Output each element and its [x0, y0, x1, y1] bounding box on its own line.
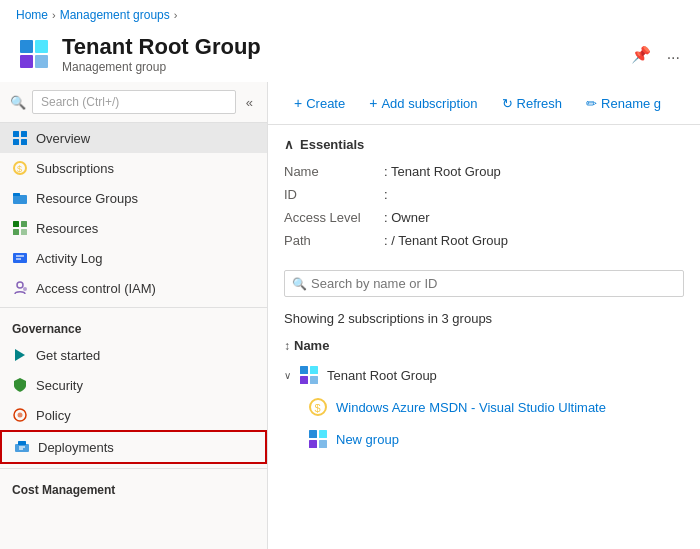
svg-rect-16	[13, 253, 27, 263]
essentials-path-value: : / Tenant Root Group	[384, 231, 684, 250]
add-subscription-label: Add subscription	[381, 96, 477, 111]
svg-rect-6	[13, 139, 19, 145]
content-search-wrap: 🔍	[284, 270, 684, 297]
new-group-link[interactable]: New group	[336, 432, 399, 447]
content-search-icon: 🔍	[292, 277, 307, 291]
create-button[interactable]: + Create	[284, 90, 355, 116]
tree-item-new-group[interactable]: New group	[268, 423, 700, 455]
svg-rect-34	[309, 430, 317, 438]
collapse-button[interactable]: «	[242, 93, 257, 112]
sidebar-item-get-started-label: Get started	[36, 348, 100, 363]
refresh-button[interactable]: ↻ Refresh	[492, 91, 573, 116]
content-search-input[interactable]	[284, 270, 684, 297]
tenant-root-label: Tenant Root Group	[327, 368, 437, 383]
sidebar-item-activity-log[interactable]: Activity Log	[0, 243, 267, 273]
svg-rect-0	[20, 40, 33, 53]
showing-label: Showing 2 subscriptions in 3 groups	[268, 305, 700, 332]
essentials-section: ∧ Essentials Name : Tenant Root Group ID…	[268, 125, 700, 262]
page-title: Tenant Root Group	[62, 34, 617, 60]
svg-rect-37	[319, 440, 327, 448]
sidebar-item-deployments[interactable]: Deployments	[0, 430, 267, 464]
security-icon	[12, 377, 28, 393]
toolbar: + Create + Add subscription ↻ Refresh ✏ …	[268, 82, 700, 125]
svg-rect-14	[13, 229, 19, 235]
new-group-icon	[308, 429, 328, 449]
content-search: 🔍	[284, 270, 684, 297]
svg-rect-4	[13, 131, 19, 137]
policy-icon	[12, 407, 28, 423]
tree-header[interactable]: ↕ Name	[268, 332, 700, 359]
breadcrumb-home[interactable]: Home	[16, 8, 48, 22]
nav-divider-1	[0, 307, 267, 308]
sort-icon: ↕	[284, 339, 290, 353]
resources-icon	[12, 220, 28, 236]
svg-point-20	[23, 287, 27, 291]
svg-rect-3	[35, 55, 48, 68]
deployments-icon	[14, 439, 30, 455]
svg-rect-11	[13, 193, 20, 196]
rename-icon: ✏	[586, 96, 597, 111]
svg-rect-12	[13, 221, 19, 227]
tree-item-tenant-root[interactable]: ∨ Tenant Root Group	[268, 359, 700, 391]
svg-rect-2	[20, 55, 33, 68]
add-subscription-button[interactable]: + Add subscription	[359, 90, 487, 116]
sidebar-item-resource-groups[interactable]: Resource Groups	[0, 183, 267, 213]
svg-marker-21	[15, 349, 25, 361]
sidebar-item-policy[interactable]: Policy	[0, 400, 267, 430]
refresh-label: Refresh	[517, 96, 563, 111]
sidebar-item-subscriptions[interactable]: $ Subscriptions	[0, 153, 267, 183]
svg-text:$: $	[315, 402, 321, 414]
search-input[interactable]	[32, 90, 236, 114]
svg-rect-31	[310, 376, 318, 384]
svg-rect-7	[21, 139, 27, 145]
subscriptions-icon: $	[12, 160, 28, 176]
sidebar-item-access-control[interactable]: Access control (IAM)	[0, 273, 267, 303]
svg-rect-36	[309, 440, 317, 448]
breadcrumb: Home › Management groups ›	[0, 0, 700, 30]
essentials-title[interactable]: ∧ Essentials	[284, 137, 684, 152]
svg-rect-1	[35, 40, 48, 53]
get-started-icon	[12, 347, 28, 363]
breadcrumb-management-groups[interactable]: Management groups	[60, 8, 170, 22]
rename-label: Rename g	[601, 96, 661, 111]
create-label: Create	[306, 96, 345, 111]
sidebar-item-security-label: Security	[36, 378, 83, 393]
windows-azure-link[interactable]: Windows Azure MSDN - Visual Studio Ultim…	[336, 400, 606, 415]
sidebar: 🔍 « Overview $ Subscriptions Resource Gr…	[0, 82, 268, 549]
svg-rect-24	[15, 444, 29, 452]
page-title-block: Tenant Root Group Management group	[62, 34, 617, 74]
access-control-icon	[12, 280, 28, 296]
svg-point-19	[17, 282, 23, 288]
sidebar-item-deployments-label: Deployments	[38, 440, 114, 455]
cost-management-section-label: Cost Management	[0, 473, 267, 501]
svg-rect-25	[18, 441, 26, 445]
sidebar-item-resources-label: Resources	[36, 221, 98, 236]
sidebar-item-activity-log-label: Activity Log	[36, 251, 102, 266]
overview-icon	[12, 130, 28, 146]
essentials-id-value: :	[384, 185, 684, 204]
main-layout: 🔍 « Overview $ Subscriptions Resource Gr…	[0, 82, 700, 549]
activity-log-icon	[12, 250, 28, 266]
essentials-access-value: : Owner	[384, 208, 684, 227]
sidebar-search-bar: 🔍 «	[0, 82, 267, 123]
essentials-path-label: Path	[284, 231, 384, 250]
svg-rect-13	[21, 221, 27, 227]
breadcrumb-sep-1: ›	[52, 9, 56, 21]
more-options-icon[interactable]: ...	[663, 43, 684, 65]
search-icon: 🔍	[10, 95, 26, 110]
subscription-icon: $	[308, 397, 328, 417]
svg-rect-5	[21, 131, 27, 137]
tree-item-windows-azure[interactable]: $ Windows Azure MSDN - Visual Studio Ult…	[268, 391, 700, 423]
rename-button[interactable]: ✏ Rename g	[576, 91, 671, 116]
pin-icon[interactable]: 📌	[627, 43, 655, 66]
nav-divider-2	[0, 468, 267, 469]
resource-groups-icon	[12, 190, 28, 206]
sidebar-item-overview[interactable]: Overview	[0, 123, 267, 153]
sidebar-item-security[interactable]: Security	[0, 370, 267, 400]
essentials-access-label: Access Level	[284, 208, 384, 227]
sidebar-item-subscriptions-label: Subscriptions	[36, 161, 114, 176]
svg-point-23	[18, 413, 23, 418]
essentials-id-label: ID	[284, 185, 384, 204]
sidebar-item-get-started[interactable]: Get started	[0, 340, 267, 370]
sidebar-item-resources[interactable]: Resources	[0, 213, 267, 243]
